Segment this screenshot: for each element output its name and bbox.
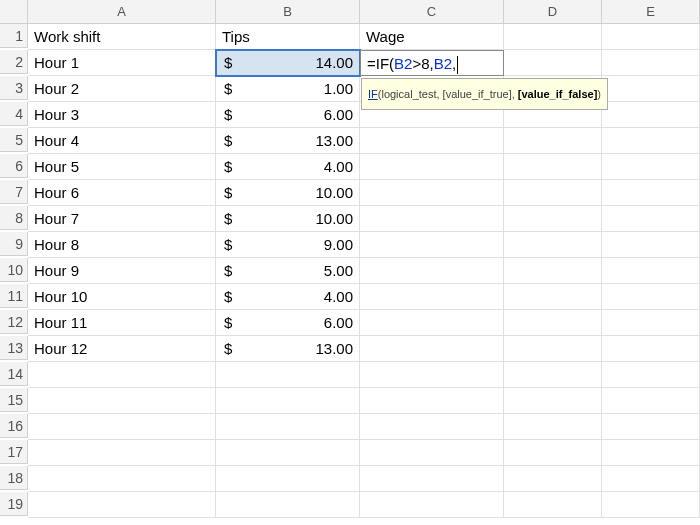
cell-E5[interactable]: [602, 128, 700, 154]
row-header-5[interactable]: 5: [0, 128, 28, 152]
cell-A6[interactable]: Hour 5: [28, 154, 216, 180]
cell-A18[interactable]: [28, 466, 216, 492]
cell-A19[interactable]: [28, 492, 216, 518]
cell-A15[interactable]: [28, 388, 216, 414]
cell-A7[interactable]: Hour 6: [28, 180, 216, 206]
cell-E7[interactable]: [602, 180, 700, 206]
cell-E19[interactable]: [602, 492, 700, 518]
cell-A12[interactable]: Hour 11: [28, 310, 216, 336]
cell-E14[interactable]: [602, 362, 700, 388]
cell-D1[interactable]: [504, 24, 602, 50]
row-header-18[interactable]: 18: [0, 466, 28, 490]
row-header-10[interactable]: 10: [0, 258, 28, 282]
cell-B16[interactable]: [216, 414, 360, 440]
cell-D13[interactable]: [504, 336, 602, 362]
column-header-E[interactable]: E: [602, 0, 700, 24]
cell-D6[interactable]: [504, 154, 602, 180]
cell-D9[interactable]: [504, 232, 602, 258]
row-header-8[interactable]: 8: [0, 206, 28, 230]
cell-B19[interactable]: [216, 492, 360, 518]
cell-E10[interactable]: [602, 258, 700, 284]
cell-B10[interactable]: $5.00: [216, 258, 360, 284]
cell-C10[interactable]: [360, 258, 504, 284]
row-header-11[interactable]: 11: [0, 284, 28, 308]
cell-A4[interactable]: Hour 3: [28, 102, 216, 128]
cell-E2[interactable]: [602, 50, 700, 76]
cell-A9[interactable]: Hour 8: [28, 232, 216, 258]
row-header-12[interactable]: 12: [0, 310, 28, 334]
cell-B4[interactable]: $6.00: [216, 102, 360, 128]
cell-A14[interactable]: [28, 362, 216, 388]
cell-B14[interactable]: [216, 362, 360, 388]
cell-E13[interactable]: [602, 336, 700, 362]
cell-E6[interactable]: [602, 154, 700, 180]
cell-C15[interactable]: [360, 388, 504, 414]
cell-B18[interactable]: [216, 466, 360, 492]
cell-D12[interactable]: [504, 310, 602, 336]
cell-C18[interactable]: [360, 466, 504, 492]
select-all-corner[interactable]: [0, 0, 28, 24]
row-header-6[interactable]: 6: [0, 154, 28, 178]
cell-E12[interactable]: [602, 310, 700, 336]
cell-E4[interactable]: [602, 102, 700, 128]
cell-D7[interactable]: [504, 180, 602, 206]
cell-E11[interactable]: [602, 284, 700, 310]
column-header-B[interactable]: B: [216, 0, 360, 24]
cell-A1[interactable]: Work shift: [28, 24, 216, 50]
row-header-14[interactable]: 14: [0, 362, 28, 386]
row-header-9[interactable]: 9: [0, 232, 28, 256]
cell-C13[interactable]: [360, 336, 504, 362]
cell-A3[interactable]: Hour 2: [28, 76, 216, 102]
cell-A11[interactable]: Hour 10: [28, 284, 216, 310]
cell-A16[interactable]: [28, 414, 216, 440]
cell-D8[interactable]: [504, 206, 602, 232]
spreadsheet-grid[interactable]: ABCDE1Work shiftTipsWage2Hour 1$14.00=IF…: [0, 0, 700, 518]
cell-C16[interactable]: [360, 414, 504, 440]
cell-C2[interactable]: =IF(B2>8,B2,IF(logical_test, [value_if_t…: [360, 50, 504, 76]
cell-A13[interactable]: Hour 12: [28, 336, 216, 362]
cell-A5[interactable]: Hour 4: [28, 128, 216, 154]
cell-B12[interactable]: $6.00: [216, 310, 360, 336]
cell-D10[interactable]: [504, 258, 602, 284]
cell-E9[interactable]: [602, 232, 700, 258]
cell-B2[interactable]: $14.00: [216, 50, 360, 76]
cell-B15[interactable]: [216, 388, 360, 414]
column-header-D[interactable]: D: [504, 0, 602, 24]
cell-E16[interactable]: [602, 414, 700, 440]
row-header-1[interactable]: 1: [0, 24, 28, 48]
cell-D16[interactable]: [504, 414, 602, 440]
row-header-3[interactable]: 3: [0, 76, 28, 100]
row-header-7[interactable]: 7: [0, 180, 28, 204]
cell-D2[interactable]: [504, 50, 602, 76]
cell-C11[interactable]: [360, 284, 504, 310]
row-header-16[interactable]: 16: [0, 414, 28, 438]
cell-D15[interactable]: [504, 388, 602, 414]
cell-D14[interactable]: [504, 362, 602, 388]
cell-C9[interactable]: [360, 232, 504, 258]
cell-B7[interactable]: $10.00: [216, 180, 360, 206]
cell-E1[interactable]: [602, 24, 700, 50]
cell-E8[interactable]: [602, 206, 700, 232]
cell-B9[interactable]: $9.00: [216, 232, 360, 258]
cell-A2[interactable]: Hour 1: [28, 50, 216, 76]
cell-E18[interactable]: [602, 466, 700, 492]
cell-C14[interactable]: [360, 362, 504, 388]
row-header-19[interactable]: 19: [0, 492, 28, 516]
cell-B8[interactable]: $10.00: [216, 206, 360, 232]
cell-C8[interactable]: [360, 206, 504, 232]
cell-C1[interactable]: Wage: [360, 24, 504, 50]
cell-B5[interactable]: $13.00: [216, 128, 360, 154]
cell-D17[interactable]: [504, 440, 602, 466]
column-header-C[interactable]: C: [360, 0, 504, 24]
cell-C19[interactable]: [360, 492, 504, 518]
cell-B17[interactable]: [216, 440, 360, 466]
cell-E15[interactable]: [602, 388, 700, 414]
row-header-2[interactable]: 2: [0, 50, 28, 74]
cell-A8[interactable]: Hour 7: [28, 206, 216, 232]
cell-E3[interactable]: [602, 76, 700, 102]
cell-C7[interactable]: [360, 180, 504, 206]
formula-editor[interactable]: =IF(B2>8,B2,IF(logical_test, [value_if_t…: [360, 50, 504, 76]
cell-C6[interactable]: [360, 154, 504, 180]
cell-E17[interactable]: [602, 440, 700, 466]
cell-C5[interactable]: [360, 128, 504, 154]
